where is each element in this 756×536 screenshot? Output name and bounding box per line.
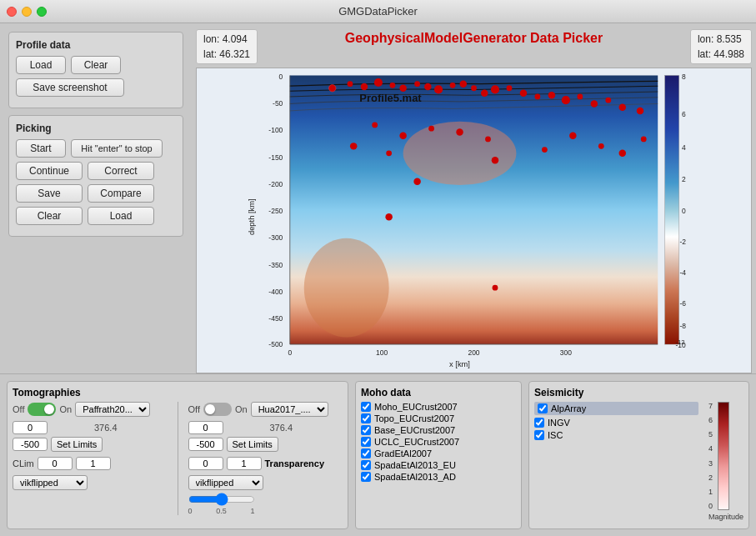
tomo2-toggle[interactable] (203, 403, 232, 416)
tomo-col-2: Off On Hua2017_.... 376.4 Set Li (188, 402, 343, 515)
picking-compare-button[interactable]: Compare (88, 184, 154, 203)
tomo1-colormap-row: vikflipped (13, 475, 168, 490)
moho-check-1[interactable] (361, 413, 371, 423)
picking-save-button[interactable]: Save (16, 184, 83, 203)
seismic-list: AlpArray INGV ISC (534, 402, 698, 521)
moho-list-item: SpadaEtAl2013_EU (361, 460, 516, 470)
svg-text:-500: -500 (268, 340, 283, 348)
tomo1-neg500-input[interactable] (13, 438, 48, 451)
svg-point-46 (492, 157, 498, 163)
tomo1-clim-max-input[interactable] (76, 457, 111, 470)
tomo-divider (178, 402, 178, 515)
tomo2-dropdown[interactable]: Hua2017_.... (251, 402, 328, 417)
svg-point-29 (507, 85, 513, 91)
mag-scale-inner: 7 6 5 4 3 2 1 0 (708, 402, 729, 510)
coord-row: lon: 4.094 lat: 46.321 GeophysicalModelG… (196, 28, 752, 66)
picking-panel: Picking Start Hit "enter" to stop Contin… (8, 115, 183, 237)
tomo2-val0-input[interactable] (188, 421, 223, 434)
seismic-check-2[interactable] (534, 430, 544, 440)
mag-1: 1 (708, 488, 713, 496)
minimize-button[interactable] (22, 7, 32, 17)
picking-start-button[interactable]: Start (16, 139, 66, 158)
picking-clear-button[interactable]: Clear (16, 207, 83, 225)
moho-label-0: Moho_EUCrust2007 (374, 402, 458, 412)
mag-2: 2 (708, 473, 713, 482)
moho-label-2: Base_EUCrust2007 (374, 425, 455, 435)
tomo2-clim-min-input[interactable] (188, 457, 223, 470)
tomo2-toggle-knob (205, 404, 215, 414)
tomo1-toggle[interactable] (28, 403, 56, 416)
tomographies-title: Tomographies (13, 387, 343, 398)
tomo2-neg500-input[interactable] (188, 438, 223, 451)
profile-load-button[interactable]: Load (16, 56, 66, 74)
picking-continue-button[interactable]: Continue (16, 162, 83, 180)
svg-point-18 (374, 78, 383, 87)
moho-check-2[interactable] (361, 425, 371, 435)
coord-right-lon: lon: 8.535 (698, 32, 744, 47)
svg-text:-12: -12 (675, 338, 684, 346)
mag-5: 5 (708, 430, 713, 438)
picking-clear-row: Clear Load (16, 207, 176, 225)
moho-list: Moho_EUCrust2007 Topo_EUCrust2007 Base_E… (361, 402, 516, 482)
tomo2-vals-row: 376.4 (188, 421, 343, 434)
profile-clear-button[interactable]: Clear (71, 56, 121, 74)
tomo1-colormap-dropdown[interactable]: vikflipped (13, 475, 88, 490)
coord-right: lon: 8.535 lat: 44.988 (690, 29, 752, 64)
moho-list-item: UCLC_EUCrust2007 (361, 437, 516, 447)
svg-point-35 (591, 100, 598, 107)
moho-list-item: SpadaEtAl2013_AD (361, 472, 516, 482)
picking-start-row: Start Hit "enter" to stop (16, 139, 176, 158)
seismic-label-2: ISC (548, 430, 563, 440)
picking-load-button[interactable]: Load (88, 207, 154, 225)
picking-title: Picking (16, 123, 176, 134)
tomo2-colormap-dropdown[interactable]: vikflipped (188, 475, 263, 490)
tomo2-clim-max-input[interactable] (227, 457, 262, 470)
tomo1-clim-min-input[interactable] (38, 457, 73, 470)
svg-text:-400: -400 (268, 288, 283, 296)
tomo-col-1: Off On Paffrath20... 376.4 Set L (13, 402, 168, 515)
slider-min-label: 0 (188, 507, 193, 515)
chart-container[interactable]: Profile5.mat (196, 68, 752, 373)
svg-point-44 (350, 143, 357, 149)
svg-text:x [km]: x [km] (449, 360, 470, 368)
close-button[interactable] (7, 7, 17, 17)
maximize-button[interactable] (37, 7, 47, 17)
svg-text:depth [km]: depth [km] (248, 198, 256, 235)
svg-point-15 (328, 85, 335, 92)
moho-check-3[interactable] (361, 437, 371, 447)
moho-check-4[interactable] (361, 448, 371, 458)
seismic-check-1[interactable] (534, 418, 544, 428)
seismic-item-1: INGV (534, 418, 698, 428)
svg-text:-4: -4 (680, 268, 687, 277)
svg-point-49 (598, 143, 604, 149)
moho-label-3: UCLC_EUCrust2007 (374, 437, 459, 447)
svg-point-40 (399, 132, 406, 138)
save-screenshot-button[interactable]: Save screenshot (16, 78, 124, 97)
tomo1-val0-input[interactable] (13, 421, 48, 434)
seismic-item-2: ISC (534, 430, 698, 440)
tomo2-transparency-slider[interactable] (188, 493, 255, 506)
moho-check-0[interactable] (361, 402, 371, 412)
moho-check-5[interactable] (361, 460, 371, 470)
svg-point-51 (641, 136, 647, 142)
svg-text:200: 200 (468, 348, 479, 357)
svg-point-21 (414, 81, 420, 87)
picking-continue-row: Continue Correct (16, 162, 176, 180)
svg-text:-450: -450 (268, 314, 283, 323)
seismic-check-0[interactable] (538, 403, 548, 413)
tomo-inner: Off On Paffrath20... 376.4 Set L (13, 402, 343, 515)
tomo2-set-limits-button[interactable]: Set Limits (227, 437, 278, 452)
tomo1-set-limits-button[interactable]: Set Limits (51, 437, 103, 452)
moho-list-item: Moho_EUCrust2007 (361, 402, 516, 412)
picking-correct-button[interactable]: Correct (88, 162, 154, 180)
svg-point-41 (428, 126, 434, 132)
moho-data-section: Moho data Moho_EUCrust2007 Topo_EUCrust2… (355, 381, 522, 529)
tomo1-dropdown[interactable]: Paffrath20... (75, 402, 150, 417)
tomo2-transparency-label: Transparency (265, 458, 325, 468)
seismic-label-0: AlpArray (551, 403, 586, 413)
mag-3: 3 (708, 459, 713, 468)
picking-hit-enter-button[interactable]: Hit "enter" to stop (71, 139, 163, 158)
seismic-label-1: INGV (548, 418, 570, 428)
tomo1-vals-row: 376.4 (13, 421, 168, 434)
moho-check-6[interactable] (361, 472, 371, 482)
